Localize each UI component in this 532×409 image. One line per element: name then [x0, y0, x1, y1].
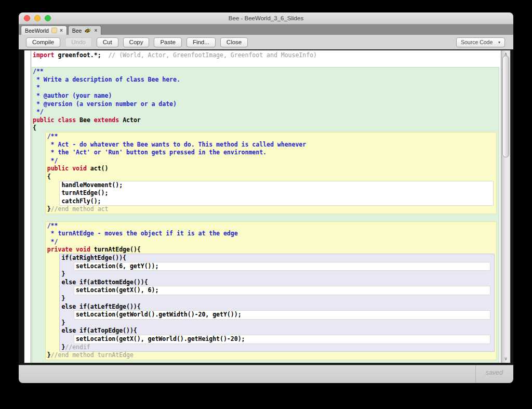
editor-window: Bee - BeeWorld_3_6_Slides BeeWorld×Bee× … — [19, 12, 513, 383]
world-thumbnail-icon — [51, 28, 57, 33]
bee-icon — [84, 27, 91, 33]
code-line: * @author (your name) — [33, 92, 501, 100]
code-line: import greenfoot.*; // (World, Actor, Gr… — [33, 51, 501, 60]
code-line: setLocation(getX(), getWorld().getHeight… — [33, 335, 501, 344]
code-line: } — [33, 295, 501, 303]
close-button[interactable]: Close — [220, 37, 248, 47]
code-line: setLocation(6, getY()); — [33, 262, 501, 271]
tab-bar: BeeWorld×Bee× — [19, 24, 513, 35]
code-line: { — [33, 124, 501, 133]
tab-label: Bee — [72, 28, 82, 34]
code-line: handleMovement(); — [33, 181, 501, 190]
chevron-down-icon: ▾ — [498, 40, 500, 45]
code-line: */ — [33, 238, 501, 246]
code-line: /** — [33, 222, 501, 230]
status-bar: saved — [19, 365, 513, 383]
code-line: } — [33, 270, 501, 279]
code-line: * @version (a version number or a date) — [33, 100, 501, 109]
view-mode-select[interactable]: Source Code ▾ — [456, 37, 505, 47]
undo-button: Undo — [65, 37, 92, 47]
code-line: * — [33, 84, 501, 92]
code-line: private void turnAtEdge(){ — [33, 246, 501, 254]
code-line: * the 'Act' or 'Run' button gets pressed… — [33, 149, 501, 157]
code-line: public void act() — [33, 165, 501, 173]
vertical-scrollbar[interactable]: ∧ ∨ — [501, 50, 510, 363]
code-line: if(atRightEdge()){ — [33, 254, 501, 262]
code-line: }//end method act — [33, 205, 501, 214]
code-line: else if(atTopEdge()){ — [33, 327, 501, 335]
code-line: * turnAtEdge - moves the object if it is… — [33, 230, 501, 238]
tab-close-icon[interactable]: × — [94, 28, 97, 33]
find-button[interactable]: Find... — [187, 37, 216, 47]
scroll-down-arrow-icon[interactable]: ∨ — [501, 356, 510, 361]
code-area-frame: import greenfoot.*; // (World, Actor, Gr… — [19, 49, 513, 365]
scrollbar-thumb[interactable] — [502, 56, 509, 157]
code-line: */ — [33, 157, 501, 165]
code-line: * Write a description of class Bee here. — [33, 76, 501, 84]
code-line — [33, 60, 501, 68]
code-line: turnAtEdge(); — [33, 189, 501, 197]
code-line: /** — [33, 68, 501, 76]
code-line: */ — [33, 108, 501, 116]
breakpoint-gutter[interactable] — [24, 50, 31, 363]
view-mode-value: Source Code — [461, 39, 493, 45]
code-editor: import greenfoot.*; // (World, Actor, Gr… — [24, 50, 511, 363]
code-line: catchFly(); — [33, 197, 501, 206]
code-view[interactable]: import greenfoot.*; // (World, Actor, Gr… — [31, 50, 501, 363]
code-line: }//endif — [33, 344, 501, 352]
code-line: { — [33, 173, 501, 181]
code-line: public class Bee extends Actor — [33, 116, 501, 125]
window-title: Bee - BeeWorld_3_6_Slides — [19, 12, 513, 24]
status-bar-divider — [475, 365, 476, 383]
code-line: else if(atLeftEdge()){ — [33, 303, 501, 311]
copy-button[interactable]: Copy — [123, 37, 150, 47]
code-line — [33, 214, 501, 222]
tab-close-icon[interactable]: × — [60, 28, 63, 33]
tab-bee[interactable]: Bee× — [68, 25, 102, 35]
toolbar-button-group: CompileUndoCutCopyPasteFind...Close — [26, 37, 248, 47]
code-line: setLocation(getX(), 6); — [33, 286, 501, 295]
code-line: /** — [33, 133, 501, 141]
code-line: setLocation(getWorld().getWidth()-20, ge… — [33, 311, 501, 319]
cut-button[interactable]: Cut — [97, 37, 118, 47]
tab-beeworld[interactable]: BeeWorld× — [21, 25, 67, 35]
code-line: }//end method turnAtEdge — [33, 351, 501, 360]
tab-label: BeeWorld — [25, 28, 49, 34]
title-bar[interactable]: Bee - BeeWorld_3_6_Slides — [19, 12, 513, 24]
saved-status-label: saved — [486, 369, 503, 376]
code-line: } — [33, 319, 501, 327]
code-line: else if(atBottomEdge()){ — [33, 279, 501, 287]
code-line: * Act - do whatever the Bee wants to do.… — [33, 141, 501, 149]
paste-button[interactable]: Paste — [154, 37, 181, 47]
toolbar: CompileUndoCutCopyPasteFind...Close Sour… — [19, 35, 513, 49]
compile-button[interactable]: Compile — [26, 37, 60, 47]
